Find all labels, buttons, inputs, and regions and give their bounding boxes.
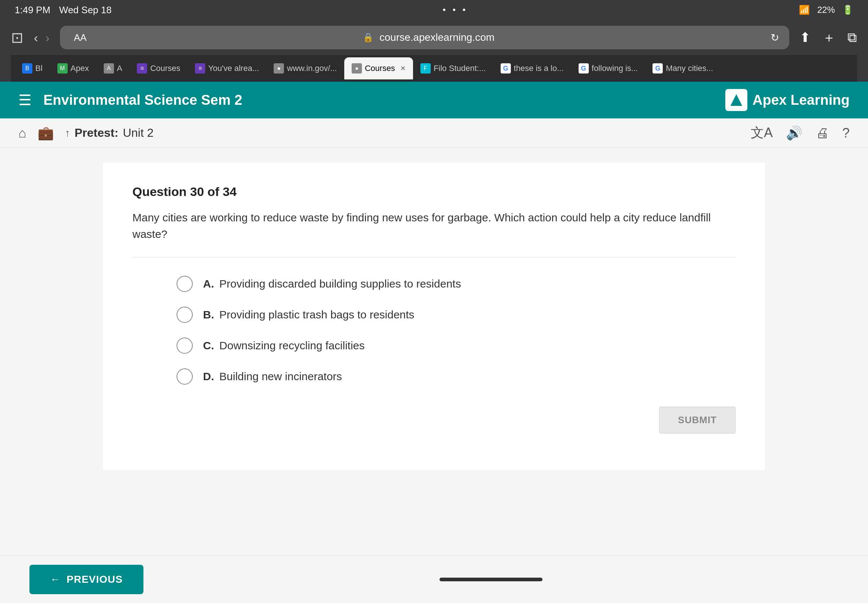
tab-label-youve: You've alrea... (208, 63, 259, 73)
previous-button[interactable]: ← PREVIOUS (29, 565, 144, 594)
tab-a[interactable]: A A (96, 57, 130, 79)
tab-courses1[interactable]: ≡ Courses (130, 57, 187, 79)
tab-bi[interactable]: B Bl (15, 57, 50, 79)
tab-favicon-courses1: ≡ (137, 63, 147, 74)
status-dots: • • • (443, 5, 468, 15)
nav-icons: ‹ › (34, 31, 50, 45)
tab-courses2[interactable]: ● Courses ✕ (344, 57, 413, 79)
tab-www[interactable]: ● www.in.gov/... (266, 57, 344, 79)
tabs-bar: B Bl M Apex A A ≡ Courses ≡ You've alrea… (11, 55, 857, 82)
address-bar[interactable]: AA 🔒 course.apexlearning.com ↻ (60, 26, 789, 49)
browser-actions: ⬆ ＋ ⧉ (800, 29, 857, 47)
home-indicator (439, 578, 543, 581)
tab-favicon-these: G (501, 63, 511, 74)
tab-label-courses1: Courses (150, 63, 180, 73)
sidebar-toggle-icon[interactable]: ⊡ (11, 29, 23, 46)
status-left: 1:49 PM Wed Sep 18 (15, 5, 111, 16)
tab-favicon-courses2: ● (351, 63, 362, 74)
apex-logo-icon (725, 89, 747, 111)
svg-rect-1 (734, 101, 738, 104)
status-right: 📶 22% 🔋 (799, 5, 853, 15)
option-a[interactable]: A. Providing discarded building supplies… (176, 276, 736, 292)
tab-close-courses2[interactable]: ✕ (400, 64, 406, 73)
browser-chrome: ⊡ ‹ › AA 🔒 course.apexlearning.com ↻ ⬆ ＋… (0, 20, 868, 82)
option-c[interactable]: C. Downsizing recycling facilities (176, 337, 736, 354)
submit-row: SUBMIT (132, 407, 736, 433)
option-d-label: D. Building new incinerators (203, 370, 342, 383)
option-a-label: A. Providing discarded building supplies… (203, 278, 461, 290)
print-icon[interactable]: 🖨 (816, 125, 829, 141)
tab-label-a: A (117, 63, 122, 73)
tab-label-www: www.in.gov/... (287, 63, 337, 73)
tab-favicon-filo: F (420, 63, 431, 74)
tabs-button[interactable]: ⧉ (847, 30, 857, 45)
browser-toolbar: ⊡ ‹ › AA 🔒 course.apexlearning.com ↻ ⬆ ＋… (11, 26, 857, 49)
option-c-label: C. Downsizing recycling facilities (203, 339, 365, 352)
option-b[interactable]: B. Providing plastic trash bags to resid… (176, 307, 736, 323)
tab-label-following: following is... (592, 63, 638, 73)
pretest-text: Pretest: (75, 126, 118, 140)
course-header-left: ☰ Environmental Science Sem 2 (19, 91, 242, 108)
footer: ← PREVIOUS (0, 555, 868, 603)
tab-label-bi: Bl (35, 63, 43, 73)
tab-favicon-apex: M (57, 63, 68, 74)
tab-label-courses2: Courses (365, 63, 395, 73)
apex-logo: Apex Learning (725, 89, 849, 111)
new-tab-button[interactable]: ＋ (822, 29, 836, 47)
question-divider (132, 257, 736, 257)
radio-a[interactable] (176, 276, 193, 292)
submit-button[interactable]: SUBMIT (659, 407, 736, 433)
sub-toolbar-left: ⌂ 💼 ↑ Pretest: Unit 2 (19, 125, 154, 141)
reload-button[interactable]: ↻ (771, 32, 779, 44)
portfolio-icon[interactable]: 💼 (37, 125, 54, 141)
translate-icon[interactable]: 文A (751, 124, 773, 142)
prev-arrow-icon: ← (50, 574, 61, 585)
forward-button[interactable]: › (45, 31, 49, 45)
option-d[interactable]: D. Building new incinerators (176, 368, 736, 385)
help-icon[interactable]: ? (842, 125, 849, 141)
date-display: Wed Sep 18 (59, 5, 112, 16)
url-display: course.apexlearning.com (379, 32, 495, 43)
tab-favicon-many: G (653, 63, 663, 74)
audio-icon[interactable]: 🔊 (786, 125, 803, 141)
tab-following[interactable]: G following is... (571, 57, 645, 79)
tab-these[interactable]: G these is a lo... (493, 57, 571, 79)
tab-apex[interactable]: M Apex (50, 57, 96, 79)
lock-icon: 🔒 (363, 32, 374, 43)
status-bar: 1:49 PM Wed Sep 18 • • • 📶 22% 🔋 (0, 0, 868, 20)
aa-label[interactable]: AA (74, 32, 87, 43)
question-number: Question 30 of 34 (132, 185, 736, 199)
tab-label-apex: Apex (71, 63, 89, 73)
tab-many[interactable]: G Many cities... (645, 57, 720, 79)
course-header: ☰ Environmental Science Sem 2 Apex Learn… (0, 82, 868, 118)
main-content: Question 30 of 34 Many cities are workin… (103, 162, 765, 470)
course-title: Environmental Science Sem 2 (43, 92, 242, 108)
radio-c[interactable] (176, 337, 193, 354)
share-button[interactable]: ⬆ (800, 30, 811, 45)
home-icon[interactable]: ⌂ (19, 125, 26, 141)
sub-toolbar: ⌂ 💼 ↑ Pretest: Unit 2 文A 🔊 🖨 ? (0, 118, 868, 148)
prev-label: PREVIOUS (67, 574, 123, 585)
tab-favicon-www: ● (274, 63, 284, 74)
apex-logo-text: Apex Learning (752, 92, 849, 108)
wifi-icon: 📶 (799, 5, 810, 15)
option-b-label: B. Providing plastic trash bags to resid… (203, 308, 415, 321)
tab-favicon-following: G (579, 63, 589, 74)
tab-favicon-a: A (104, 63, 114, 74)
sub-toolbar-right: 文A 🔊 🖨 ? (751, 124, 849, 142)
tab-label-many: Many cities... (666, 63, 713, 73)
tab-youve[interactable]: ≡ You've alrea... (187, 57, 266, 79)
back-button[interactable]: ‹ (34, 31, 38, 45)
tab-favicon-bi: B (22, 63, 32, 74)
tab-label-filo: Filo Student:... (434, 63, 486, 73)
menu-icon[interactable]: ☰ (19, 91, 32, 108)
time-display: 1:49 PM (15, 5, 50, 16)
pretest-unit: Unit 2 (123, 126, 154, 140)
radio-d[interactable] (176, 368, 193, 385)
radio-b[interactable] (176, 307, 193, 323)
answer-options: A. Providing discarded building supplies… (176, 276, 736, 385)
tab-filo[interactable]: F Filo Student:... (413, 57, 493, 79)
up-arrow-icon: ↑ (65, 127, 70, 139)
tab-favicon-youve: ≡ (195, 63, 205, 74)
battery-display: 22% (817, 5, 835, 15)
